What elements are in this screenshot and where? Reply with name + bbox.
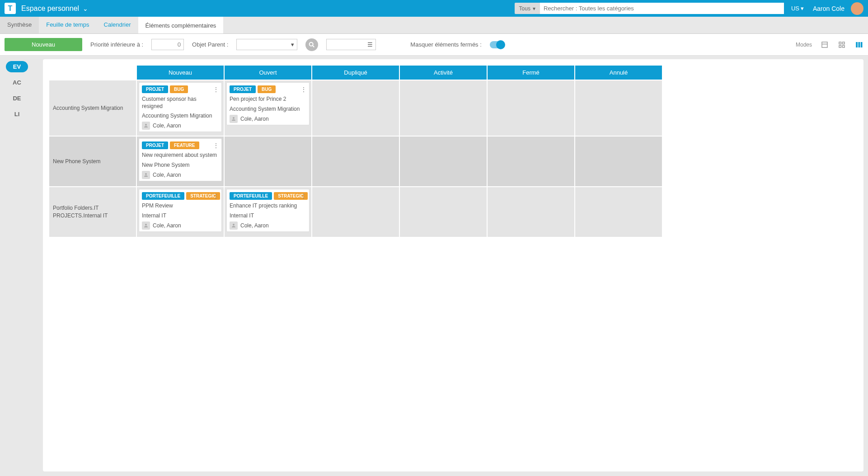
search-icon[interactable]: [305, 38, 318, 51]
svg-point-11: [145, 124, 147, 126]
svg-point-14: [145, 224, 147, 226]
card-subtitle: Internal IT: [142, 212, 219, 219]
card-subtitle: Internal IT: [230, 212, 306, 219]
tab-3[interactable]: Éléments complémentaires: [138, 17, 224, 33]
app-logo[interactable]: T: [5, 3, 16, 14]
card-subtitle: Accounting System Migration: [230, 106, 306, 112]
card-menu-icon[interactable]: ⋮: [300, 193, 307, 199]
kanban-column-header: Fermé: [488, 66, 574, 80]
parent-select[interactable]: ▾: [236, 39, 297, 50]
user-name[interactable]: Aaron Cole: [810, 5, 847, 12]
card-menu-icon[interactable]: ⋮: [213, 142, 219, 149]
kanban-column-header: Ouvert: [225, 66, 311, 80]
filter-pill-li[interactable]: LI: [7, 108, 27, 120]
card-assignee: Cole, Aaron: [142, 222, 219, 230]
parent-label: Objet Parent :: [192, 41, 228, 48]
global-search: Tous ▾: [515, 3, 784, 14]
card-tag: PROJET: [142, 141, 168, 149]
kanban-card[interactable]: PORTEFEUILLESTRATEGIC⋮Enhance IT project…: [226, 189, 310, 232]
filter-pill-ev[interactable]: EV: [6, 61, 28, 72]
kanban-cell[interactable]: [400, 80, 487, 136]
priority-label: Priorité inférieure à :: [90, 41, 143, 48]
svg-rect-4: [839, 42, 841, 44]
caret-down-icon: ▾: [801, 5, 804, 12]
kanban-cell[interactable]: [488, 137, 574, 186]
search-category-dropdown[interactable]: Tous ▾: [515, 3, 540, 14]
tab-1[interactable]: Feuille de temps: [39, 17, 96, 33]
mode-grid-icon[interactable]: [837, 40, 846, 49]
search-input[interactable]: [540, 3, 784, 14]
kanban-cell[interactable]: [225, 137, 311, 186]
kanban-card[interactable]: PROJETFEATURE⋮New requirement about syst…: [139, 138, 222, 181]
card-assignee: Cole, Aaron: [142, 171, 219, 179]
card-assignee: Cole, Aaron: [230, 115, 306, 123]
new-button[interactable]: Nouveau: [5, 38, 82, 51]
card-subtitle: New Phone System: [142, 162, 219, 168]
user-icon: [142, 122, 150, 130]
kanban-cell[interactable]: PROJETBUG⋮Pen project for Prince 2Accoun…: [225, 80, 311, 136]
kanban-cell[interactable]: PORTEFEUILLESTRATEGIC⋮PPM ReviewInternal…: [137, 187, 224, 237]
search-category-label: Tous: [519, 5, 530, 12]
mode-kanban-icon[interactable]: [854, 40, 863, 49]
card-assignee-name: Cole, Aaron: [153, 123, 181, 129]
svg-rect-2: [822, 42, 827, 47]
card-subtitle: Accounting System Migration: [142, 113, 219, 119]
kanban-cell[interactable]: [575, 187, 662, 237]
filter-input[interactable]: ☰: [326, 39, 376, 50]
tab-0[interactable]: Synthèse: [0, 17, 39, 33]
card-assignee-name: Cole, Aaron: [240, 116, 269, 122]
tab-2[interactable]: Calendrier: [97, 17, 138, 33]
kanban-card[interactable]: PROJETBUG⋮Customer sponsor has resignedA…: [139, 82, 222, 132]
kanban-cell[interactable]: PROJETFEATURE⋮New requirement about syst…: [137, 137, 224, 186]
filter-pill-de[interactable]: DE: [5, 93, 28, 104]
kanban-cell[interactable]: [400, 187, 487, 237]
kanban-card[interactable]: PORTEFEUILLESTRATEGIC⋮PPM ReviewInternal…: [139, 189, 222, 232]
mode-list-icon[interactable]: [820, 40, 829, 49]
card-title: Pen project for Prince 2: [230, 96, 306, 103]
kanban-board: NouveauOuvertDupliquéActivitéFerméAnnulé…: [43, 59, 863, 471]
kanban-cell[interactable]: [312, 137, 399, 186]
avatar[interactable]: [851, 2, 863, 15]
kanban-row-label: Portfolio Folders.ITPROJECTS.Internal IT: [49, 187, 136, 237]
kanban-cell[interactable]: [488, 187, 574, 237]
svg-rect-5: [843, 42, 845, 44]
card-menu-icon[interactable]: ⋮: [300, 86, 307, 93]
svg-point-13: [145, 173, 147, 175]
kanban-cell[interactable]: PROJETBUG⋮Customer sponsor has resignedA…: [137, 80, 224, 136]
filter-pill-ac[interactable]: AC: [5, 77, 28, 88]
kanban-cell[interactable]: [312, 80, 399, 136]
priority-input[interactable]: [151, 39, 184, 50]
card-title: Customer sponsor has resigned: [142, 96, 219, 110]
card-assignee-name: Cole, Aaron: [240, 222, 269, 229]
user-icon: [142, 222, 150, 230]
card-menu-icon[interactable]: ⋮: [213, 193, 219, 199]
kanban-column-header: Dupliqué: [312, 66, 399, 80]
user-icon: [142, 171, 150, 179]
chevron-down-icon[interactable]: ⌄: [83, 5, 88, 12]
kanban-cell[interactable]: [488, 80, 574, 136]
card-title: Enhance IT projects ranking: [230, 203, 306, 210]
svg-point-15: [233, 224, 235, 226]
main-tabs: SynthèseFeuille de tempsCalendrierÉlémen…: [0, 17, 868, 34]
card-tag: FEATURE: [170, 141, 199, 149]
kanban-cell[interactable]: [312, 187, 399, 237]
kanban-cell[interactable]: [575, 137, 662, 186]
language-selector[interactable]: US ▾: [788, 5, 807, 12]
kanban-cell[interactable]: [575, 80, 662, 136]
workspace-title[interactable]: Espace personnel: [21, 5, 79, 13]
caret-down-icon: ▾: [533, 5, 535, 12]
card-tag: PROJET: [230, 85, 256, 93]
svg-rect-10: [861, 42, 863, 47]
kanban-card[interactable]: PROJETBUG⋮Pen project for Prince 2Accoun…: [226, 82, 310, 125]
kanban-cell[interactable]: [400, 137, 487, 186]
hide-closed-toggle[interactable]: [490, 41, 504, 48]
modes-label: Modes: [796, 42, 812, 48]
user-icon: [230, 222, 238, 230]
list-icon: ☰: [367, 41, 373, 48]
card-tag: BUG: [170, 85, 188, 93]
card-menu-icon[interactable]: ⋮: [213, 86, 219, 93]
card-tag: PORTEFEUILLE: [142, 192, 184, 200]
kanban-cell[interactable]: PORTEFEUILLESTRATEGIC⋮Enhance IT project…: [225, 187, 311, 237]
card-title: New requirement about system: [142, 152, 219, 159]
svg-line-1: [313, 46, 314, 47]
